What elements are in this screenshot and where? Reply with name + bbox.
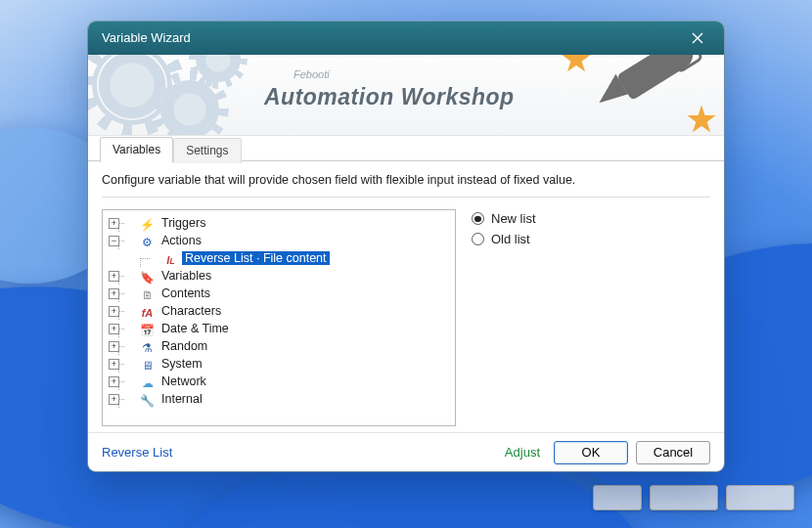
tree-item-triggers[interactable]: + ⚡Triggers — [107, 214, 453, 232]
gear-icon: ⚙ — [140, 234, 155, 247]
tree-item-datetime[interactable]: + 📅Date & Time — [107, 320, 453, 337]
monitor-icon: 🖥 — [140, 357, 155, 371]
gear-icon — [196, 55, 241, 82]
cancel-button[interactable]: Cancel — [636, 441, 710, 464]
variable-tree[interactable]: + ⚡Triggers − ⚙Actions ILReverse List · … — [102, 209, 456, 426]
calendar-icon: 📅 — [140, 322, 155, 335]
dialog-footer: Reverse List Adjust OK Cancel — [88, 432, 724, 471]
radio-label: New list — [491, 211, 536, 226]
dialog-window: Variable Wizard Febooti Automation Works… — [88, 22, 724, 471]
radio-group: New list Old list — [472, 209, 536, 426]
star-icon: ★ — [685, 98, 718, 136]
tab-settings[interactable]: Settings — [173, 138, 241, 163]
tree-item-variables[interactable]: + 🔖Variables — [107, 267, 453, 285]
wrench-icon: 🔧 — [140, 392, 155, 406]
tag-icon: 🔖 — [140, 269, 155, 283]
radio-new-list[interactable]: New list — [472, 211, 536, 226]
ok-button[interactable]: OK — [554, 441, 628, 464]
tab-bar: Variables Settings — [88, 136, 724, 161]
tree-item-random[interactable]: + ⚗Random — [107, 337, 453, 355]
tree-item-internal[interactable]: + 🔧Internal — [107, 390, 453, 408]
background-ghost-button — [593, 485, 642, 510]
radio-indicator — [472, 233, 484, 245]
tree-item-actions[interactable]: − ⚙Actions — [107, 232, 453, 249]
radio-indicator — [472, 212, 484, 225]
background-ghost-button — [726, 485, 794, 510]
tree-item-characters[interactable]: + fACharacters — [107, 302, 453, 320]
close-icon — [692, 32, 703, 44]
tab-variables[interactable]: Variables — [100, 137, 173, 162]
instruction-text: Configure variable that will provide cho… — [102, 173, 710, 187]
radio-label: Old list — [491, 232, 530, 246]
tree-item-network[interactable]: + ☁Network — [107, 373, 453, 390]
title-bar[interactable]: Variable Wizard — [88, 22, 724, 55]
footer-link[interactable]: Reverse List — [102, 445, 172, 460]
cloud-icon: ☁ — [140, 374, 155, 388]
fa-icon: fA — [140, 304, 155, 318]
il-icon: IL — [163, 251, 178, 265]
tree-item-reverse-list[interactable]: ILReverse List · File content — [107, 249, 453, 267]
adjust-link[interactable]: Adjust — [505, 445, 540, 460]
window-title: Variable Wizard — [102, 30, 191, 45]
close-button[interactable] — [681, 26, 714, 50]
radio-old-list[interactable]: Old list — [472, 232, 536, 246]
gear-icon — [160, 80, 219, 136]
tree-item-system[interactable]: + 🖥System — [107, 355, 453, 373]
banner-title: Automation Workshop — [264, 84, 515, 110]
bolt-icon: ⚡ — [140, 216, 155, 230]
flask-icon: ⚗ — [140, 339, 155, 353]
background-ghost-button — [650, 485, 718, 510]
banner: Febooti Automation Workshop ★ ★ — [88, 55, 724, 136]
tree-item-contents[interactable]: + 🗎Contents — [107, 285, 453, 302]
banner-brand: Febooti — [293, 68, 330, 80]
document-icon: 🗎 — [140, 286, 155, 300]
